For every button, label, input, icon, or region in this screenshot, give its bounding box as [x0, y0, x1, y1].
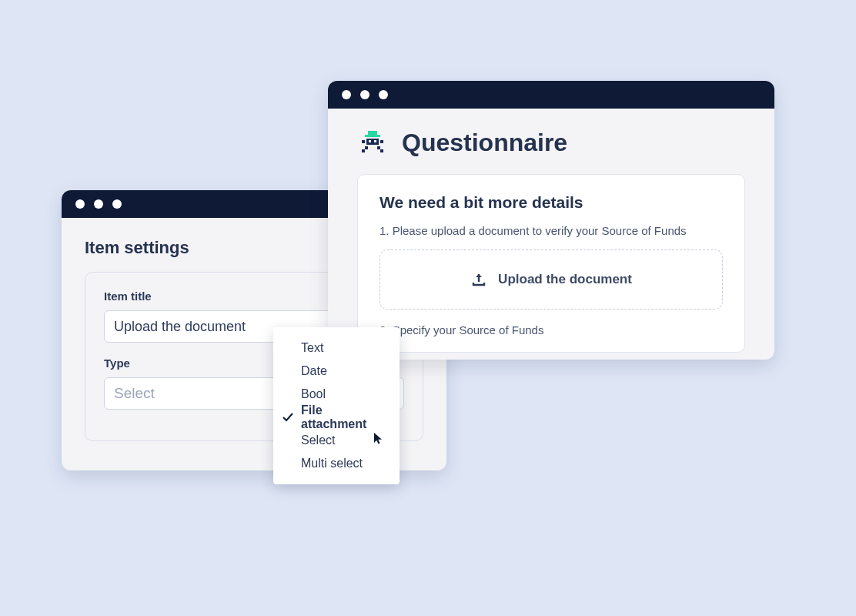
svg-rect-2: [366, 139, 379, 145]
type-select-placeholder: Select: [114, 385, 155, 402]
window-dot: [75, 199, 85, 209]
questionnaire-step-2: 2. Specify your Source of Funds: [380, 323, 723, 336]
svg-rect-4: [380, 140, 383, 143]
svg-rect-7: [365, 146, 368, 149]
svg-rect-3: [362, 140, 365, 143]
questionnaire-card: We need a bit more details 1. Please upl…: [357, 174, 745, 353]
window-dot: [360, 90, 369, 99]
questionnaire-body: Questionnaire We need a bit more details…: [328, 109, 774, 353]
window-dot: [112, 199, 122, 209]
svg-rect-0: [368, 131, 377, 135]
upload-dropzone[interactable]: Upload the document: [380, 249, 723, 310]
questionnaire-title: Questionnaire: [402, 129, 567, 157]
svg-rect-6: [374, 140, 376, 142]
window-titlebar: [328, 81, 774, 109]
svg-rect-10: [380, 149, 383, 152]
questionnaire-step-1: 1. Please upload a document to verify yo…: [380, 224, 723, 237]
svg-rect-5: [369, 140, 371, 142]
svg-rect-9: [362, 149, 365, 152]
type-option-date[interactable]: Date: [273, 360, 400, 383]
questionnaire-header: Questionnaire: [357, 129, 745, 157]
check-icon: [283, 413, 293, 422]
upload-icon: [470, 271, 487, 288]
svg-rect-1: [365, 135, 380, 137]
type-option-file-attachment[interactable]: File attachment: [273, 406, 400, 429]
type-option-bool[interactable]: Bool: [273, 383, 400, 406]
type-dropdown: Text Date Bool File attachment Select Mu…: [273, 327, 400, 484]
questionnaire-subtitle: We need a bit more details: [380, 193, 723, 212]
svg-rect-8: [377, 146, 380, 149]
cursor-icon: [373, 432, 384, 444]
window-dot: [94, 199, 103, 209]
upload-label: Upload the document: [498, 272, 632, 287]
type-option-text[interactable]: Text: [273, 336, 400, 360]
brand-icon: [357, 129, 388, 157]
window-dot: [342, 90, 351, 99]
questionnaire-window: Questionnaire We need a bit more details…: [328, 81, 774, 360]
window-dot: [379, 90, 388, 99]
type-option-multi-select[interactable]: Multi select: [273, 452, 400, 475]
